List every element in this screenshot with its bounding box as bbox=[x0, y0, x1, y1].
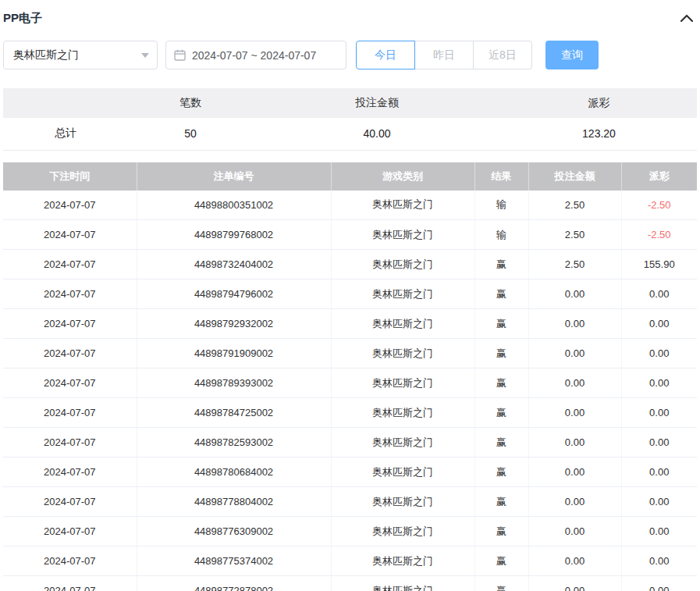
bet-time-cell: 2024-07-07 bbox=[3, 428, 137, 457]
table-row: 2024-07-0744898782593002奥林匹斯之门赢0.000.00 bbox=[3, 428, 697, 457]
bet-time-cell: 2024-07-07 bbox=[3, 368, 137, 398]
bet-time-cell: 2024-07-07 bbox=[3, 546, 137, 576]
bet-amount-cell: 0.00 bbox=[528, 309, 621, 339]
game-type-cell: 奥林匹斯之门 bbox=[331, 428, 474, 457]
order-id-cell: 44898776309002 bbox=[137, 517, 331, 546]
bet-time-cell: 2024-07-07 bbox=[3, 457, 137, 487]
bet-time-cell: 2024-07-07 bbox=[3, 309, 137, 339]
summary-total-row: 总计 50 40.00 123.20 bbox=[3, 118, 697, 150]
collapse-panel-button[interactable] bbox=[678, 9, 695, 27]
bet-time-cell: 2024-07-07 bbox=[3, 339, 137, 368]
summary-header-bet-amount: 投注金额 bbox=[253, 88, 501, 118]
result-cell: 赢 bbox=[474, 487, 528, 517]
bet-amount-cell: 0.00 bbox=[528, 546, 621, 576]
table-row: 2024-07-0744898776309002奥林匹斯之门赢0.000.00 bbox=[3, 517, 697, 546]
game-type-cell: 奥林匹斯之门 bbox=[331, 250, 474, 279]
result-cell: 赢 bbox=[474, 517, 528, 546]
summary-header-count: 笔数 bbox=[128, 88, 253, 118]
order-id-cell: 44898789393002 bbox=[137, 368, 331, 398]
order-id-cell: 44898772878002 bbox=[137, 576, 331, 591]
quick-filter-today[interactable]: 今日 bbox=[356, 41, 415, 69]
bet-amount-cell: 0.00 bbox=[528, 339, 621, 368]
bet-time-cell: 2024-07-07 bbox=[3, 220, 137, 250]
game-type-cell: 奥林匹斯之门 bbox=[331, 457, 474, 487]
result-cell: 赢 bbox=[474, 368, 528, 398]
game-type-cell: 奥林匹斯之门 bbox=[331, 517, 474, 546]
col-header-game-type: 游戏类别 bbox=[331, 162, 474, 190]
table-row: 2024-07-0744898784725002奥林匹斯之门赢0.000.00 bbox=[3, 398, 697, 428]
result-cell: 赢 bbox=[474, 250, 528, 279]
table-row: 2024-07-0744898791909002奥林匹斯之门赢0.000.00 bbox=[3, 339, 697, 368]
bet-time-cell: 2024-07-07 bbox=[3, 398, 137, 428]
chevron-down-icon bbox=[141, 53, 149, 58]
table-row: 2024-07-0744898775374002奥林匹斯之门赢0.000.00 bbox=[3, 546, 697, 576]
game-type-cell: 奥林匹斯之门 bbox=[331, 220, 474, 250]
order-id-cell: 44898800351002 bbox=[137, 190, 331, 220]
result-cell: 赢 bbox=[474, 428, 528, 457]
col-header-bet-amount: 投注金额 bbox=[528, 162, 621, 190]
summary-header-blank bbox=[3, 88, 128, 118]
result-cell: 赢 bbox=[474, 457, 528, 487]
page-title: PP电子 bbox=[3, 11, 42, 26]
table-row: 2024-07-0744898789393002奥林匹斯之门赢0.000.00 bbox=[3, 368, 697, 398]
game-type-cell: 奥林匹斯之门 bbox=[331, 339, 474, 368]
result-cell: 输 bbox=[474, 220, 528, 250]
result-cell: 赢 bbox=[474, 279, 528, 309]
game-select[interactable]: 奥林匹斯之门 bbox=[3, 41, 158, 69]
order-id-cell: 44898778804002 bbox=[137, 487, 331, 517]
payout-cell: 0.00 bbox=[621, 339, 697, 368]
col-header-payout: 派彩 bbox=[621, 162, 697, 190]
order-id-cell: 44898791909002 bbox=[137, 339, 331, 368]
col-header-order-id: 注单编号 bbox=[137, 162, 331, 190]
date-range-input[interactable]: 2024-07-07 ~ 2024-07-07 bbox=[165, 41, 346, 69]
game-type-cell: 奥林匹斯之门 bbox=[331, 398, 474, 428]
bet-time-cell: 2024-07-07 bbox=[3, 190, 137, 220]
payout-cell: 0.00 bbox=[621, 398, 697, 428]
bet-amount-cell: 0.00 bbox=[528, 279, 621, 309]
summary-header-row: 笔数 投注金额 派彩 bbox=[3, 88, 697, 118]
order-id-cell: 44898782593002 bbox=[137, 428, 331, 457]
bet-amount-cell: 0.00 bbox=[528, 368, 621, 398]
query-button[interactable]: 查询 bbox=[545, 41, 599, 69]
date-range-value: 2024-07-07 ~ 2024-07-07 bbox=[192, 49, 316, 62]
payout-cell: 0.00 bbox=[621, 368, 697, 398]
table-row: 2024-07-0744898778804002奥林匹斯之门赢0.000.00 bbox=[3, 487, 697, 517]
payout-cell: -2.50 bbox=[621, 220, 697, 250]
bet-time-cell: 2024-07-07 bbox=[3, 576, 137, 591]
filter-bar: 奥林匹斯之门 2024-07-07 ~ 2024-07-07 今日 昨日 近8日… bbox=[3, 41, 697, 69]
bet-time-cell: 2024-07-07 bbox=[3, 517, 137, 546]
table-row: 2024-07-0744898800351002奥林匹斯之门输2.50-2.50 bbox=[3, 190, 697, 220]
summary-bet-amount-value: 40.00 bbox=[253, 118, 501, 150]
result-cell: 赢 bbox=[474, 546, 528, 576]
calendar-icon bbox=[174, 49, 186, 61]
payout-cell: 0.00 bbox=[621, 487, 697, 517]
bet-amount-cell: 2.50 bbox=[528, 250, 621, 279]
result-cell: 赢 bbox=[474, 309, 528, 339]
summary-table: 笔数 投注金额 派彩 总计 50 40.00 123.20 bbox=[3, 88, 697, 151]
payout-cell: -2.50 bbox=[621, 190, 697, 220]
betting-records-panel: PP电子 奥林匹斯之门 2024-07-07 ~ 2 bbox=[0, 0, 700, 591]
table-row: 2024-07-0744898794796002奥林匹斯之门赢0.000.00 bbox=[3, 279, 697, 309]
game-type-cell: 奥林匹斯之门 bbox=[331, 309, 474, 339]
bet-amount-cell: 2.50 bbox=[528, 190, 621, 220]
order-id-cell: 44898792932002 bbox=[137, 309, 331, 339]
summary-total-label: 总计 bbox=[3, 118, 128, 150]
order-id-cell: 44898732404002 bbox=[137, 250, 331, 279]
bet-amount-cell: 0.00 bbox=[528, 576, 621, 591]
game-type-cell: 奥林匹斯之门 bbox=[331, 190, 474, 220]
bet-time-cell: 2024-07-07 bbox=[3, 279, 137, 309]
game-type-cell: 奥林匹斯之门 bbox=[331, 279, 474, 309]
payout-cell: 0.00 bbox=[621, 546, 697, 576]
payout-cell: 0.00 bbox=[621, 309, 697, 339]
order-id-cell: 44898775374002 bbox=[137, 546, 331, 576]
bet-amount-cell: 2.50 bbox=[528, 220, 621, 250]
table-row: 2024-07-0744898772878002奥林匹斯之门赢0.000.00 bbox=[3, 576, 697, 591]
quick-filter-yesterday[interactable]: 昨日 bbox=[414, 41, 474, 69]
col-header-result: 结果 bbox=[474, 162, 528, 190]
summary-count-value: 50 bbox=[128, 118, 253, 150]
records-table: 下注时间 注单编号 游戏类别 结果 投注金额 派彩 2024-07-074489… bbox=[3, 162, 697, 591]
quick-filter-last8days[interactable]: 近8日 bbox=[473, 41, 532, 69]
summary-payout-value: 123.20 bbox=[501, 118, 697, 150]
payout-cell: 0.00 bbox=[621, 279, 697, 309]
bet-amount-cell: 0.00 bbox=[528, 457, 621, 487]
